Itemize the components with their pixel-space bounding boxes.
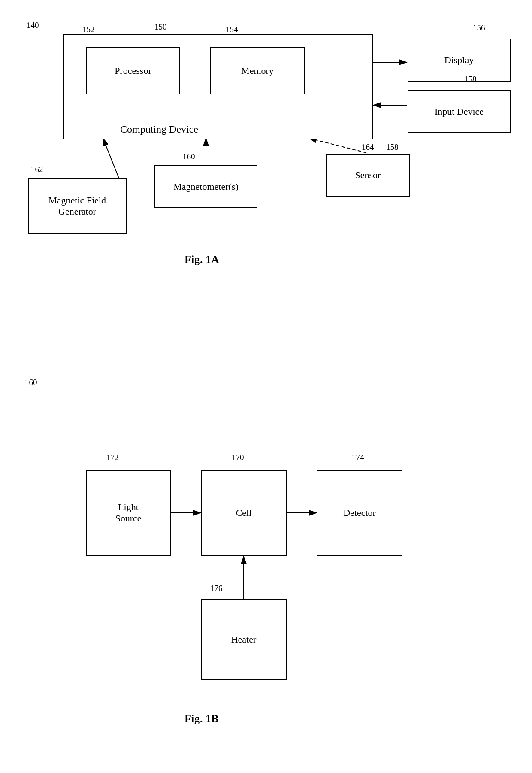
light-source-box: Light Source bbox=[86, 470, 171, 556]
label-160b: 160 bbox=[25, 378, 37, 387]
processor-label: Processor bbox=[115, 65, 151, 76]
label-150: 150 bbox=[154, 22, 167, 32]
input-device-box: Input Device bbox=[408, 90, 511, 133]
memory-box: Memory bbox=[210, 47, 305, 94]
magnetic-field-generator-box: Magnetic Field Generator bbox=[28, 178, 127, 234]
cell-label: Cell bbox=[236, 507, 252, 518]
heater-label: Heater bbox=[231, 634, 257, 645]
svg-line-5 bbox=[309, 138, 366, 153]
label-172: 172 bbox=[106, 453, 119, 462]
label-170: 170 bbox=[232, 453, 244, 462]
display-box: Display bbox=[408, 39, 511, 82]
sensor-label: Sensor bbox=[355, 170, 381, 181]
label-160: 160 bbox=[183, 152, 195, 161]
detector-label: Detector bbox=[343, 507, 376, 518]
cell-box: Cell bbox=[201, 470, 287, 556]
computing-device-label: Computing Device bbox=[120, 124, 198, 135]
label-152: 152 bbox=[82, 25, 95, 34]
fig1a-title: Fig. 1A bbox=[184, 253, 219, 266]
detector-box: Detector bbox=[317, 470, 402, 556]
label-158: 158 bbox=[464, 75, 477, 84]
magnetic-field-generator-label: Magnetic Field Generator bbox=[48, 195, 106, 217]
input-device-label: Input Device bbox=[435, 106, 484, 117]
label-174: 174 bbox=[352, 453, 364, 462]
display-label: Display bbox=[444, 55, 474, 66]
light-source-label: Light Source bbox=[115, 502, 141, 524]
processor-box: Processor bbox=[86, 47, 180, 94]
label-158b: 158 bbox=[386, 142, 399, 152]
label-176: 176 bbox=[210, 584, 223, 593]
diagram-container: 140 Computing Device 150 Processor 152 M… bbox=[0, 0, 532, 773]
label-162: 162 bbox=[31, 165, 43, 174]
heater-box: Heater bbox=[201, 599, 287, 680]
sensor-box: Sensor bbox=[326, 154, 410, 197]
label-140: 140 bbox=[27, 21, 39, 30]
magnetometers-box: Magnetometer(s) bbox=[154, 165, 257, 208]
label-154: 154 bbox=[226, 25, 238, 34]
magnetometers-label: Magnetometer(s) bbox=[173, 181, 239, 192]
fig1b-title: Fig. 1B bbox=[184, 712, 218, 725]
label-164: 164 bbox=[362, 142, 374, 152]
memory-label: Memory bbox=[241, 65, 274, 76]
label-156: 156 bbox=[473, 23, 485, 33]
